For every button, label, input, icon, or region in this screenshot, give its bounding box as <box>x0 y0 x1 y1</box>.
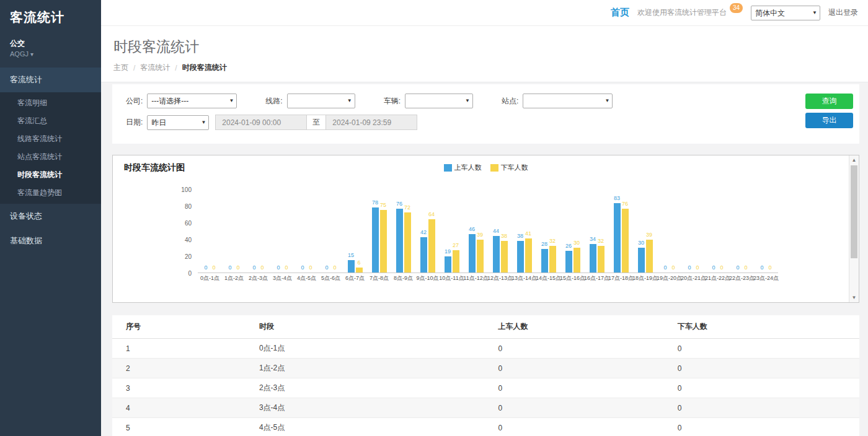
breadcrumb-item[interactable]: 客流统计 <box>140 63 170 73</box>
y-axis-tick: 0 <box>188 270 192 277</box>
bar[interactable]: 30 <box>638 248 645 273</box>
y-axis-tick: 100 <box>181 186 192 193</box>
bar[interactable]: 46 <box>469 234 476 272</box>
company-select[interactable]: ---请选择--- <box>147 94 237 108</box>
bar[interactable]: 72 <box>404 212 411 272</box>
bars: 1927 <box>440 190 464 273</box>
bar[interactable]: 6 <box>356 268 363 272</box>
bar[interactable]: 76 <box>396 209 403 272</box>
language-select[interactable]: 简体中文 <box>751 6 820 20</box>
x-axis-label: 6点-7点 <box>343 274 367 283</box>
bars: 00 <box>198 190 222 273</box>
bar-value: 0 <box>333 264 336 271</box>
date-start-input[interactable] <box>215 115 307 130</box>
line-select[interactable] <box>287 94 355 108</box>
table-row[interactable]: 54点-5点00 <box>112 418 859 436</box>
export-button[interactable]: 导出 <box>805 113 853 128</box>
table-card: 序号时段上车人数下车人数 10点-1点0021点-2点0032点-3点0043点… <box>112 315 859 436</box>
query-button[interactable]: 查询 <box>805 94 853 109</box>
table-cell: 0点-1点 <box>254 339 494 359</box>
bar[interactable]: 75 <box>380 210 387 272</box>
chart-title: 时段车流统计图 <box>124 162 185 173</box>
sidebar-item[interactable]: 客流明细 <box>0 94 101 112</box>
sidebar-group-header[interactable]: 客流统计 <box>0 68 101 92</box>
chart-bar-group: 384113点-14点 <box>512 190 536 283</box>
sidebar-item[interactable]: 线路客流统计 <box>0 130 101 148</box>
x-axis-label: 3点-4点 <box>270 274 294 283</box>
bar[interactable]: 39 <box>646 240 653 272</box>
bar[interactable]: 26 <box>565 251 572 272</box>
bar[interactable]: 44 <box>493 236 500 272</box>
table-cell: 0 <box>494 398 673 418</box>
org-selector[interactable]: AQGJ▾ <box>0 50 101 68</box>
sidebar-item[interactable]: 客流汇总 <box>0 112 101 130</box>
date-preset-wrap: 昨日 ▼ <box>147 115 209 130</box>
legend-item[interactable]: 上车人数 <box>444 163 482 172</box>
table-row[interactable]: 10点-1点00 <box>112 339 859 359</box>
bar[interactable]: 78 <box>372 207 379 272</box>
sidebar-item[interactable]: 站点客流统计 <box>0 148 101 166</box>
x-axis-label: 5点-6点 <box>319 274 343 283</box>
chart-bar-group: 005点-6点 <box>319 190 343 283</box>
bar[interactable]: 64 <box>428 219 435 272</box>
bar[interactable]: 83 <box>614 203 621 272</box>
table-row[interactable]: 32点-3点00 <box>112 378 859 398</box>
sidebar-group-header[interactable]: 设备状态 <box>0 204 101 229</box>
chart-bar-group: 0021点-22点 <box>706 190 730 283</box>
station-select[interactable] <box>523 94 613 108</box>
bar-value: 0 <box>760 264 763 271</box>
bar[interactable]: 42 <box>420 237 427 272</box>
bar[interactable]: 38 <box>517 241 524 272</box>
breadcrumb-item[interactable]: 时段客流统计 <box>182 63 227 73</box>
bar-value: 6 <box>357 259 360 266</box>
chart-scrollbar[interactable]: ▲ ▼ <box>849 155 859 302</box>
bar-value: 0 <box>768 264 771 271</box>
home-link[interactable]: 首页 <box>611 7 629 19</box>
bars: 3432 <box>585 190 609 273</box>
bar[interactable]: 41 <box>525 238 532 272</box>
chart-bar-group: 001点-2点 <box>222 190 246 283</box>
bar[interactable]: 76 <box>622 209 629 272</box>
chart-card: 时段车流统计图 上车人数下车人数 020406080100 000点-1点001… <box>112 155 859 303</box>
bar[interactable]: 15 <box>348 260 355 272</box>
bar[interactable]: 19 <box>445 256 451 272</box>
bar-value: 83 <box>614 195 620 201</box>
x-axis-label: 17点-18点 <box>609 274 633 283</box>
breadcrumb-item[interactable]: 主页 <box>113 63 128 73</box>
sidebar-item[interactable]: 客流量趋势图 <box>0 184 101 202</box>
bar[interactable]: 27 <box>453 250 459 272</box>
logout-link[interactable]: 退出登录 <box>828 7 858 18</box>
bar-value: 30 <box>638 240 644 246</box>
date-preset-select[interactable]: 昨日 <box>147 115 209 130</box>
table-row[interactable]: 21点-2点00 <box>112 359 859 378</box>
bars: 7672 <box>391 190 415 273</box>
bar-value: 27 <box>453 242 459 248</box>
vehicle-select[interactable] <box>405 94 473 108</box>
bar[interactable]: 32 <box>598 246 604 272</box>
bar[interactable]: 34 <box>590 244 596 272</box>
bar[interactable]: 39 <box>477 240 484 272</box>
table-cell: 1 <box>112 339 254 359</box>
legend-item[interactable]: 下车人数 <box>490 163 528 172</box>
scroll-up-icon[interactable]: ▲ <box>849 155 859 165</box>
table-cell: 4点-5点 <box>254 418 494 436</box>
notification-badge[interactable]: 34 <box>730 3 743 13</box>
sidebar-submenu: 客流明细客流汇总线路客流统计站点客流统计时段客流统计客流量趋势图 <box>0 92 101 204</box>
sidebar-item[interactable]: 时段客流统计 <box>0 166 101 184</box>
scrollbar-thumb[interactable] <box>851 165 857 258</box>
scroll-down-icon[interactable]: ▼ <box>849 293 859 302</box>
bar[interactable]: 32 <box>549 246 556 272</box>
sidebar-group-header[interactable]: 基础数据 <box>0 229 101 253</box>
bar-value: 0 <box>663 264 666 271</box>
bar[interactable]: 30 <box>574 248 580 273</box>
table-row[interactable]: 43点-4点00 <box>112 398 859 418</box>
table-header-cell: 时段 <box>254 315 494 339</box>
bar[interactable]: 38 <box>501 241 508 272</box>
y-axis-tick: 80 <box>185 203 192 210</box>
vehicle-select-wrap: ▼ <box>405 94 473 108</box>
bars: 00 <box>706 190 730 273</box>
company-select-wrap: ---请选择--- ▼ <box>147 94 237 108</box>
bar[interactable]: 28 <box>541 249 548 272</box>
bar-value: 28 <box>541 241 547 247</box>
date-end-input[interactable] <box>326 115 417 130</box>
